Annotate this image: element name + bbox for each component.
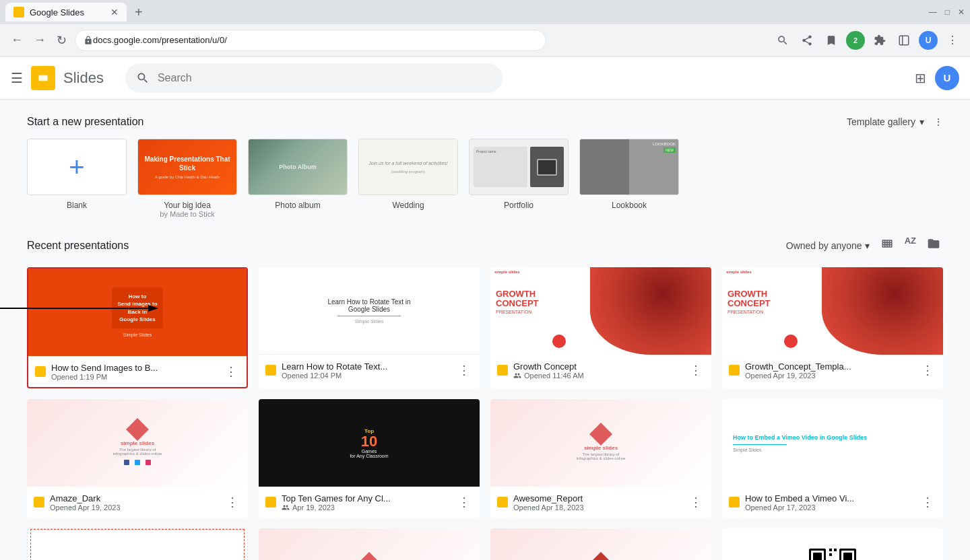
pres-more-growth-concept[interactable]: ⋮ bbox=[687, 360, 705, 380]
close-button[interactable]: ✕ bbox=[958, 7, 965, 17]
pres-icon-send-images bbox=[35, 366, 46, 377]
new-presentation-section: Start a new presentation Template galler… bbox=[0, 116, 970, 234]
presentation-card-awesome-report-2[interactable]: simple slides The largest library ofinfo… bbox=[259, 528, 480, 560]
back-button[interactable]: ← bbox=[8, 30, 26, 50]
grid-view-icon[interactable] bbox=[878, 234, 897, 256]
window-controls: — □ ✕ bbox=[929, 7, 965, 17]
awesome-report-thumb: simple slides The largest library ofinfo… bbox=[490, 399, 711, 487]
folder-icon[interactable] bbox=[924, 234, 943, 256]
sort-az-icon[interactable]: AZ bbox=[902, 234, 919, 256]
pres-more-send-images[interactable]: ⋮ bbox=[222, 361, 240, 382]
pres-info-awesome-report: Awesome_Report Opened Apr 18, 2023 ⋮ bbox=[490, 487, 711, 518]
profile-avatar[interactable]: U bbox=[919, 31, 938, 50]
top-ten-games-thumb: Top 10 Gamesfor Any Classroom bbox=[259, 399, 480, 487]
send-images-thumb: How toSend images toBack InGoogle Slides… bbox=[28, 269, 247, 356]
hamburger-menu-icon[interactable]: ☰ bbox=[11, 70, 23, 86]
template-wedding[interactable]: Join us for a full weekend of activities… bbox=[358, 139, 458, 210]
chrome-tab[interactable]: Google Slides ✕ bbox=[5, 3, 127, 22]
presentation-card-qr-code[interactable]: QR code samples Opened Apr 15, 2023 ⋮ bbox=[722, 528, 943, 560]
owned-by-button[interactable]: Owned by anyone ▾ bbox=[786, 240, 870, 251]
presentation-card-vimeo[interactable]: How to Embed a Vimeo Video in Google Sli… bbox=[722, 399, 943, 518]
growth-template-hand bbox=[822, 267, 943, 355]
presentation-card-growth-concept[interactable]: simple slides GROWTHCONCEPT PRESENTATION… bbox=[490, 267, 711, 388]
address-text: docs.google.com/presentation/u/0/ bbox=[93, 35, 227, 45]
tab-title: Google Slides bbox=[30, 7, 84, 18]
template-blank-label: Blank bbox=[67, 201, 87, 210]
template-photoalbum[interactable]: Photo Album Photo album bbox=[248, 139, 348, 210]
pres-details-amaze-dark: Amaze_Dark Opened Apr 19, 2023 bbox=[50, 493, 218, 512]
wedding-thumb-content: Join us for a full weekend of activities… bbox=[359, 157, 457, 178]
presentation-card-amaze-dark[interactable]: simple slides The largest library ofinfo… bbox=[27, 399, 248, 518]
tab-close-button[interactable]: ✕ bbox=[110, 7, 119, 18]
awesome-logo-diamond bbox=[589, 423, 612, 446]
ig-icon bbox=[146, 460, 151, 465]
presentation-card-top-ten-games[interactable]: Top 10 Gamesfor Any Classroom Top Ten Ga… bbox=[259, 399, 480, 518]
template-photoalbum-thumb: Photo Album bbox=[248, 139, 348, 195]
search-bar[interactable] bbox=[125, 63, 503, 93]
chevron-down-icon: ▾ bbox=[919, 116, 924, 127]
plus-icon: + bbox=[69, 152, 84, 182]
presentation-card-growth-template[interactable]: simple slides GROWTHCONCEPT PRESENTATION… bbox=[722, 267, 943, 388]
apps-grid-icon[interactable]: ⊞ bbox=[911, 69, 930, 88]
presentation-card-awesome-pptx[interactable]: simple slides The largest library ofinfo… bbox=[490, 528, 711, 560]
search-input[interactable] bbox=[158, 72, 492, 84]
rotate-text-thumb: Learn How to Rotate Text in Google Slide… bbox=[259, 267, 480, 355]
lock-icon bbox=[84, 36, 93, 45]
template-blank[interactable]: + Blank bbox=[27, 139, 127, 210]
puzzle-icon[interactable] bbox=[870, 31, 889, 50]
template-lookbook[interactable]: LOOKBOOK NEW Lookbook bbox=[579, 139, 679, 210]
recent-header: Recent presentations Owned by anyone ▾ A… bbox=[27, 234, 943, 256]
pres-more-growth-template[interactable]: ⋮ bbox=[919, 360, 936, 380]
presentation-card-rotate-text[interactable]: Learn How to Rotate Text in Google Slide… bbox=[259, 267, 480, 388]
presentation-card-untitled[interactable]: Untitled presentation Opened Apr 17, 202… bbox=[27, 528, 248, 560]
search-bar-icon bbox=[136, 71, 150, 85]
svg-rect-17 bbox=[829, 549, 832, 551]
growth-template-thumb: simple slides GROWTHCONCEPT PRESENTATION bbox=[722, 267, 943, 355]
minimize-button[interactable]: — bbox=[929, 7, 937, 17]
chrome-menu-icon[interactable]: ⋮ bbox=[943, 31, 962, 50]
new-tab-button[interactable]: + bbox=[135, 5, 143, 20]
address-bar[interactable]: docs.google.com/presentation/u/0/ bbox=[75, 30, 546, 51]
growth-logo-left: simple slides bbox=[494, 270, 520, 274]
address-bar-icons: 2 U ⋮ bbox=[773, 31, 962, 50]
vimeo-author: Simple Slides bbox=[733, 448, 867, 452]
slides-app-header: ☰ Slides ⊞ U bbox=[0, 57, 970, 100]
pres-info-top-ten-games: Top Ten Games for Any Cl... Apr 19, 2023… bbox=[259, 487, 480, 518]
extensions-icon[interactable]: 2 bbox=[846, 31, 865, 50]
pres-name-growth-template: Growth_Concept_Templa... bbox=[745, 361, 913, 372]
template-bigidea-sublabel: by Made to Stick bbox=[160, 210, 214, 218]
pres-date-growth-concept: Opened 11:46 AM bbox=[513, 372, 682, 380]
maximize-button[interactable]: □ bbox=[945, 7, 950, 17]
template-gallery-button[interactable]: Template gallery ▾ ⋮ bbox=[847, 116, 943, 127]
pres-date-games-text: Apr 19, 2023 bbox=[292, 503, 335, 512]
rotate-text-author: Simple Slides bbox=[355, 319, 383, 324]
share-icon[interactable] bbox=[798, 31, 816, 50]
forward-button[interactable]: → bbox=[31, 30, 48, 50]
growth-template-title-block: GROWTHCONCEPT PRESENTATION bbox=[728, 289, 771, 315]
pres-more-vimeo[interactable]: ⋮ bbox=[919, 492, 936, 512]
bookmark-icon[interactable] bbox=[822, 31, 841, 50]
pres-more-amaze-dark[interactable]: ⋮ bbox=[224, 492, 241, 512]
svg-rect-13 bbox=[843, 553, 852, 560]
user-avatar[interactable]: U bbox=[935, 66, 959, 90]
pres-more-rotate-text[interactable]: ⋮ bbox=[455, 360, 473, 380]
pres-more-awesome-report[interactable]: ⋮ bbox=[687, 492, 705, 512]
games-number: 10 bbox=[350, 434, 388, 449]
refresh-button[interactable]: ↻ bbox=[54, 30, 69, 50]
photoalbum-bg: Photo Album bbox=[249, 139, 347, 195]
fb-icon bbox=[124, 460, 129, 465]
template-bigidea[interactable]: Making Presentations That Stick A guide … bbox=[137, 139, 237, 218]
presentation-card-awesome-report[interactable]: simple slides The largest library ofinfo… bbox=[490, 399, 711, 518]
template-portfolio[interactable]: Project name Portfolio bbox=[469, 139, 569, 210]
recent-title: Recent presentations bbox=[27, 240, 129, 252]
sidebar-toggle-icon[interactable] bbox=[895, 31, 913, 50]
chrome-addressbar: ← → ↻ docs.google.com/presentation/u/0/ … bbox=[0, 24, 970, 57]
more-vert-icon[interactable]: ⋮ bbox=[934, 116, 943, 127]
pres-more-top-ten-games[interactable]: ⋮ bbox=[455, 492, 473, 512]
presentation-card-send-images[interactable]: How toSend images toBack InGoogle Slides… bbox=[27, 267, 248, 388]
search-icon[interactable] bbox=[773, 31, 792, 50]
vimeo-content: How to Embed a Vimeo Video in Google Sli… bbox=[728, 428, 872, 458]
pres-info-growth-concept: Growth Concept Opened 11:46 AM ⋮ bbox=[490, 355, 711, 386]
pres-icon-vimeo bbox=[729, 497, 740, 508]
chrome-titlebar: Google Slides ✕ + — □ ✕ bbox=[0, 0, 970, 24]
